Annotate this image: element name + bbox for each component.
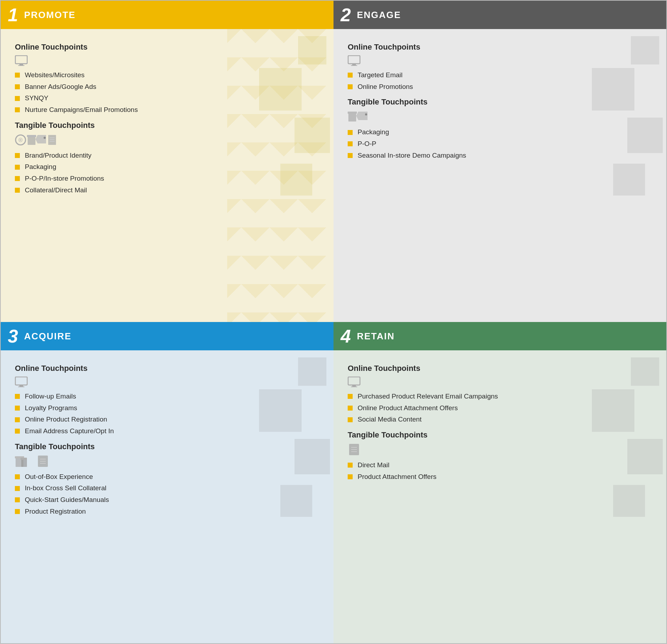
list-item: Email Address Capture/Opt In	[15, 427, 319, 436]
list-item-text: Collateral/Direct Mail	[25, 186, 87, 195]
icon-row-tangible	[15, 455, 319, 468]
svg-point-8	[44, 137, 46, 139]
bullet-icon	[15, 153, 20, 158]
svg-rect-25	[21, 459, 27, 467]
svg-rect-26	[21, 458, 27, 460]
bullet-icon	[348, 417, 353, 422]
list-item: Out-of-Box Experience	[15, 473, 319, 481]
section-title-tangible: Tangible Touchpoints	[348, 97, 652, 107]
bullet-icon	[348, 141, 353, 146]
bullet-icon	[15, 406, 20, 411]
list-online: Websites/MicrositesBanner Ads/Google Ads…	[15, 71, 319, 114]
list-item-text: Online Promotions	[358, 83, 413, 91]
deco-square	[613, 164, 645, 196]
bullet-icon	[348, 153, 353, 158]
header-title-q4: Retain	[357, 331, 395, 342]
bullet-icon	[15, 96, 20, 101]
list-item: P-O-P/In-store Promotions	[15, 174, 319, 183]
quadrant-q4: 4RetainOnline Touchpoints Purchased Prod…	[334, 322, 666, 643]
list-item: Online Promotions	[348, 83, 652, 91]
svg-rect-33	[351, 386, 357, 387]
header-number-q4: 4	[341, 327, 351, 345]
list-item-text: Packaging	[25, 163, 56, 171]
section-title-tangible: Tangible Touchpoints	[15, 442, 319, 451]
list-item-text: Nurture Campaigns/Email Promotions	[25, 106, 138, 114]
bullet-icon	[15, 394, 20, 399]
list-item: Packaging	[348, 128, 652, 137]
content-q1: Online Touchpoints Websites/MicrositesBa…	[1, 29, 334, 322]
list-online: Targeted EmailOnline Promotions	[348, 71, 652, 91]
header-title-q2: Engage	[357, 10, 401, 21]
header-q4: 4Retain	[334, 322, 666, 350]
list-item: Seasonal In-store Demo Campaigns	[348, 151, 652, 160]
bullet-icon	[348, 463, 353, 468]
svg-rect-17	[348, 112, 357, 114]
svg-text:®: ®	[18, 137, 23, 143]
icon-row-online	[348, 377, 652, 387]
svg-rect-13	[348, 56, 360, 64]
list-tangible: Direct MailProduct Attachment Offers	[348, 461, 652, 481]
list-item-text: Purchased Product Relevant Email Campaig…	[358, 392, 498, 401]
list-item: Banner Ads/Google Ads	[15, 83, 319, 91]
icon-row-online	[348, 55, 652, 66]
list-item-text: Targeted Email	[358, 71, 403, 80]
list-item-text: Websites/Microsites	[25, 71, 85, 80]
section-title-tangible: Tangible Touchpoints	[15, 121, 319, 130]
bullet-icon	[15, 176, 20, 181]
svg-rect-1	[19, 64, 23, 66]
deco-square	[613, 485, 645, 517]
content-q4: Online Touchpoints Purchased Product Rel…	[334, 350, 666, 643]
bullet-icon	[348, 406, 353, 411]
list-tangible: Brand/Product IdentityPackagingP-O-P/In-…	[15, 151, 319, 195]
list-item: Collateral/Direct Mail	[15, 186, 319, 195]
list-item: Loyalty Programs	[15, 404, 319, 413]
list-item: Packaging	[15, 163, 319, 171]
list-item-text: Follow-up Emails	[25, 392, 76, 401]
bullet-icon	[348, 130, 353, 135]
list-item: P-O-P	[348, 140, 652, 148]
list-item-text: Banner Ads/Google Ads	[25, 83, 96, 91]
list-item-text: Product Registration	[25, 507, 86, 516]
quadrant-q2: 2EngageOnline Touchpoints Targeted Email…	[334, 1, 666, 322]
list-item: Product Attachment Offers	[348, 473, 652, 481]
header-q2: 2Engage	[334, 1, 666, 29]
list-item-text: P-O-P	[358, 140, 376, 148]
list-item-text: Packaging	[358, 128, 389, 137]
list-item-text: Direct Mail	[358, 461, 389, 470]
list-item-text: SYNQY	[25, 94, 49, 103]
list-item-text: Social Media Content	[358, 415, 422, 424]
bullet-icon	[15, 486, 20, 491]
bullet-icon	[15, 509, 20, 514]
svg-rect-6	[27, 135, 36, 137]
header-title-q3: Acquire	[24, 331, 72, 342]
list-item: Nurture Campaigns/Email Promotions	[15, 106, 319, 114]
bullet-icon	[15, 417, 20, 422]
list-tangible: PackagingP-O-PSeasonal In-store Demo Cam…	[348, 128, 652, 160]
list-item-text: Out-of-Box Experience	[25, 473, 93, 481]
svg-marker-18	[356, 112, 368, 120]
list-item: Follow-up Emails	[15, 392, 319, 401]
bullet-icon	[15, 474, 20, 479]
content-q2: Online Touchpoints Targeted EmailOnline …	[334, 29, 666, 322]
bullet-icon	[15, 73, 20, 78]
svg-rect-22	[18, 386, 24, 387]
svg-rect-14	[352, 64, 356, 66]
header-number-q3: 3	[8, 327, 18, 345]
svg-rect-15	[351, 65, 357, 66]
list-item: Online Product Attachment Offers	[348, 404, 652, 413]
list-item: Product Registration	[15, 507, 319, 516]
list-item-text: Email Address Capture/Opt In	[25, 427, 114, 436]
svg-rect-32	[352, 385, 356, 387]
list-item: Websites/Microsites	[15, 71, 319, 80]
icon-row-online	[15, 377, 319, 387]
header-title-q1: Promote	[24, 10, 75, 21]
icon-row-tangible	[348, 110, 652, 123]
list-item-text: Quick-Start Guides/Manuals	[25, 496, 109, 504]
section-title-online: Online Touchpoints	[15, 43, 319, 52]
svg-point-19	[365, 113, 367, 115]
bullet-icon	[15, 429, 20, 434]
svg-rect-20	[15, 377, 27, 385]
list-online: Purchased Product Relevant Email Campaig…	[348, 392, 652, 424]
list-item-text: Seasonal In-store Demo Campaigns	[358, 151, 466, 160]
icon-row-online	[15, 55, 319, 66]
